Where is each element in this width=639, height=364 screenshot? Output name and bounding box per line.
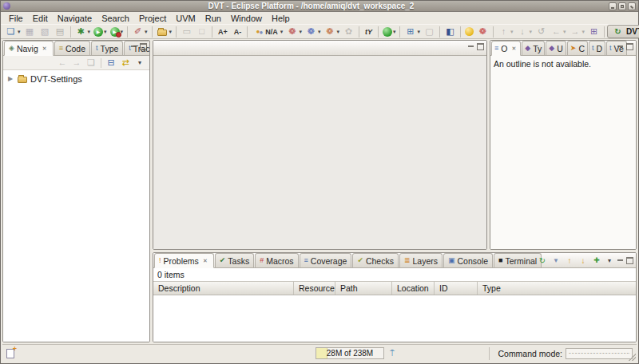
filter-types-button[interactable]: tY [362, 25, 375, 38]
refresh-button[interactable] [537, 255, 548, 266]
problems-table-body[interactable] [153, 295, 636, 342]
external-tools-button[interactable] [130, 25, 149, 38]
new-wizard-dropdown[interactable] [17, 29, 21, 35]
nav-up-button[interactable] [85, 57, 97, 69]
title-bar[interactable]: DVT - Eclipse Platform - /home/amiq/dvt_… [1, 1, 638, 12]
menu-uvm[interactable]: UVM [171, 13, 200, 24]
menu-edit[interactable]: Edit [28, 13, 53, 24]
tab-navig[interactable]: ◈ Navig [4, 41, 54, 56]
menu-help[interactable]: Help [267, 13, 295, 24]
tab-terminal[interactable]: ■ Terminal [494, 253, 542, 267]
save-all-button[interactable] [38, 25, 53, 38]
last-edit-button[interactable] [534, 25, 549, 38]
annotate-next-button[interactable] [514, 25, 534, 38]
build-dropdown[interactable] [87, 29, 91, 35]
layout-dropdown[interactable] [416, 29, 420, 35]
menu-project[interactable]: Project [134, 13, 171, 24]
prev-problem-button[interactable] [564, 255, 575, 266]
tab-navig-close-icon[interactable] [41, 45, 49, 53]
tab-macros[interactable]: # Macros [255, 253, 298, 267]
add-button[interactable] [591, 255, 602, 266]
build-button[interactable] [73, 25, 93, 38]
save-button[interactable] [22, 25, 38, 38]
collapse-all-button[interactable] [105, 57, 117, 69]
menu-search[interactable]: Search [97, 13, 134, 24]
expand-arrow-icon[interactable] [8, 75, 14, 82]
layout-alt-button[interactable] [422, 25, 437, 38]
problems-view-menu[interactable] [605, 255, 614, 266]
run-button[interactable] [92, 25, 109, 38]
nav-back-button[interactable] [56, 57, 69, 69]
menu-run[interactable]: Run [200, 13, 226, 24]
col-description[interactable]: Description [153, 282, 294, 295]
tab-checks-bottom[interactable]: ✔ Checks [352, 253, 399, 267]
filter-button[interactable] [550, 255, 562, 266]
col-path[interactable]: Path [335, 282, 392, 295]
command-mode-input[interactable] [566, 348, 633, 359]
server-dropdown[interactable] [392, 29, 396, 35]
run-coverage-button[interactable] [109, 25, 125, 38]
editor-minimize-icon[interactable] [467, 43, 474, 50]
navigator-minimize-icon[interactable] [130, 43, 137, 50]
col-type[interactable]: Type [478, 282, 636, 295]
col-resource[interactable]: Resource [294, 282, 335, 295]
editor-maximize-icon[interactable] [477, 43, 484, 50]
pinwheel-red-dropdown[interactable] [298, 29, 302, 35]
minimize-window-button[interactable] [609, 2, 617, 10]
font-decrease-button[interactable]: A- [231, 25, 245, 38]
tree-item-dvt-settings[interactable]: DVT-Settings [3, 72, 149, 85]
tip-button[interactable] [463, 25, 475, 38]
print-button[interactable] [53, 25, 68, 38]
menu-navigate[interactable]: Navigate [53, 13, 97, 24]
tab-console[interactable]: ▣ Console [443, 253, 493, 267]
problems-maximize-icon[interactable] [626, 257, 633, 264]
external-tools-dropdown[interactable] [144, 29, 148, 35]
tab-outline[interactable]: ≡ O [491, 41, 521, 56]
font-increase-button[interactable]: A+ [215, 25, 231, 38]
pinwheel-orange-dropdown[interactable] [335, 29, 339, 35]
tab-problems[interactable]: ! Problems [154, 253, 214, 268]
tab-design[interactable]: t D [589, 41, 605, 55]
col-location[interactable]: Location [392, 282, 435, 295]
tab-problems-close-icon[interactable] [201, 257, 209, 265]
open-resource-button[interactable] [155, 25, 174, 38]
run-dropdown[interactable] [103, 29, 107, 35]
forward-button[interactable] [568, 25, 587, 38]
compile-mode-button[interactable]: N/A [250, 25, 284, 38]
link-editor-button[interactable] [119, 57, 132, 69]
tab-uvm-browser[interactable]: ◆ U [546, 41, 566, 55]
nav-forward-button[interactable] [70, 57, 83, 69]
tab-coverage[interactable]: ≡ Coverage [300, 253, 352, 267]
menu-file[interactable]: File [4, 13, 28, 24]
perspective-dvt-button[interactable]: DVT [607, 25, 639, 38]
new-wizard-button[interactable] [3, 25, 22, 38]
pinwheel-blue-button[interactable] [304, 25, 323, 38]
tab-checks[interactable]: ➤ C [567, 41, 588, 55]
layout-button[interactable] [403, 25, 422, 38]
server-status-button[interactable] [381, 25, 398, 38]
maximize-window-button[interactable] [618, 2, 626, 10]
editor-empty-area[interactable] [153, 56, 486, 249]
help-lifesaver-button[interactable] [475, 25, 490, 38]
annotate-prev-button[interactable] [496, 25, 515, 38]
tab-code[interactable]: ≡ Code [54, 41, 90, 55]
tab-type[interactable]: t Type [91, 41, 123, 55]
col-id[interactable]: ID [435, 282, 478, 295]
tab-tasks[interactable]: ✔ Tasks [215, 253, 254, 267]
navigator-view-menu[interactable] [133, 57, 146, 69]
outline-maximize-icon[interactable] [626, 43, 633, 50]
tab-types[interactable]: ◆ Ty [522, 41, 545, 55]
tab-outline-close-icon[interactable] [510, 45, 518, 53]
next-problem-button[interactable] [577, 255, 589, 266]
open-resource-dropdown[interactable] [169, 29, 173, 35]
pinwheel-blue-dropdown[interactable] [317, 29, 321, 35]
close-window-button[interactable] [628, 2, 636, 10]
open-perspective-button[interactable] [586, 25, 601, 38]
outline-minimize-icon[interactable] [617, 43, 624, 50]
problems-minimize-icon[interactable] [617, 257, 624, 264]
compile-mode-dropdown[interactable] [280, 29, 284, 35]
toggle-block-button[interactable] [194, 25, 209, 38]
resize-grip[interactable] [628, 353, 636, 361]
menu-window[interactable]: Window [226, 13, 267, 24]
pinwheel-disabled-button[interactable] [341, 25, 356, 38]
